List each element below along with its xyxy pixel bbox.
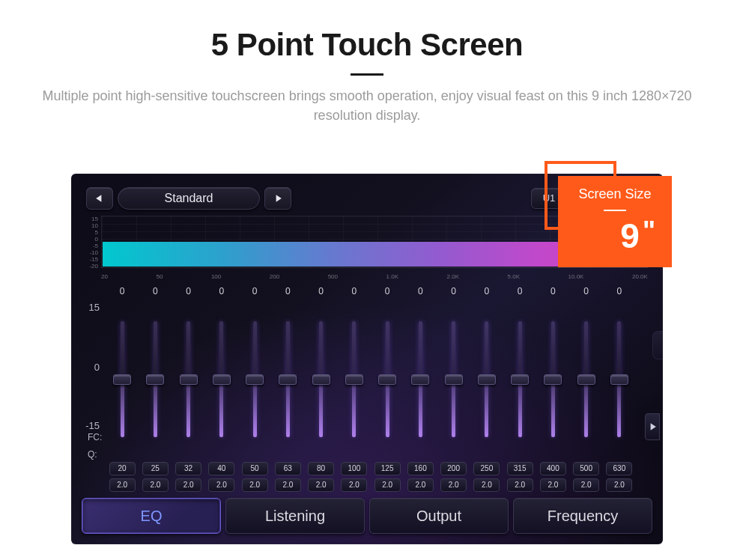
eq-band: 0322.0 xyxy=(172,286,205,492)
band-slider[interactable] xyxy=(404,299,437,459)
slider-thumb[interactable] xyxy=(511,374,529,385)
band-fc-value[interactable]: 20 xyxy=(109,462,136,475)
band-fc-value[interactable]: 200 xyxy=(440,462,467,475)
band-slider[interactable] xyxy=(205,299,238,459)
band-gain-value: 0 xyxy=(252,286,258,299)
band-gain-value: 0 xyxy=(451,286,456,299)
side-drawer-peek[interactable] xyxy=(652,331,663,359)
slider-thumb[interactable] xyxy=(378,374,396,385)
band-gain-value: 0 xyxy=(518,286,523,299)
slider-track xyxy=(121,321,124,437)
band-q-value[interactable]: 2.0 xyxy=(507,478,533,492)
band-fc-value[interactable]: 63 xyxy=(275,462,301,475)
band-fc-value[interactable]: 250 xyxy=(473,462,500,475)
slider-thumb[interactable] xyxy=(246,374,264,385)
y-tick: 15 xyxy=(83,216,98,222)
band-fc-value[interactable]: 80 xyxy=(308,462,334,475)
band-slider[interactable] xyxy=(106,299,139,459)
band-gain-value: 0 xyxy=(352,286,357,299)
y-tick: 10 xyxy=(83,222,98,229)
band-slider[interactable] xyxy=(603,299,636,459)
band-q-value[interactable]: 2.0 xyxy=(242,478,268,492)
slider-track xyxy=(617,321,621,437)
band-q-value[interactable]: 2.0 xyxy=(374,478,401,492)
slider-thumb[interactable] xyxy=(445,374,463,385)
band-slider[interactable] xyxy=(503,299,536,459)
band-gain-value: 0 xyxy=(617,286,622,299)
band-slider[interactable] xyxy=(371,299,404,459)
slider-thumb[interactable] xyxy=(610,374,628,385)
slider-thumb[interactable] xyxy=(577,374,595,385)
preset-prev-button[interactable] xyxy=(86,187,113,210)
fc-row-label: FC: xyxy=(88,432,100,442)
slider-track xyxy=(286,321,290,437)
slider-track xyxy=(319,321,323,437)
band-q-value[interactable]: 2.0 xyxy=(142,478,169,492)
preset-next-button[interactable] xyxy=(264,187,291,210)
band-fc-value[interactable]: 160 xyxy=(407,462,434,475)
slider-thumb[interactable] xyxy=(180,374,198,385)
band-q-value[interactable]: 2.0 xyxy=(606,478,632,492)
band-q-value[interactable]: 2.0 xyxy=(473,478,500,492)
band-slider[interactable] xyxy=(437,299,470,459)
band-fc-value[interactable]: 40 xyxy=(208,462,234,475)
x-tick: 5.0K xyxy=(508,273,520,280)
slider-track xyxy=(518,321,522,437)
band-q-value[interactable]: 2.0 xyxy=(540,478,566,492)
slider-thumb[interactable] xyxy=(146,374,164,385)
x-tick: 2.0K xyxy=(447,273,459,280)
band-fc-value[interactable]: 25 xyxy=(142,462,169,475)
band-slider[interactable] xyxy=(139,299,172,459)
band-q-value[interactable]: 2.0 xyxy=(440,478,467,492)
tab-frequency[interactable]: Frequency xyxy=(513,498,652,534)
band-fc-value[interactable]: 500 xyxy=(573,462,599,475)
slider-track xyxy=(352,321,356,437)
slider-thumb[interactable] xyxy=(544,374,562,385)
hero-subtitle: Multiple point high-sensitive touchscree… xyxy=(37,86,697,125)
spectrum-y-axis: 15 10 5 0 -5 -10 -15 -20 xyxy=(83,216,98,268)
band-fc-value[interactable]: 400 xyxy=(540,462,566,475)
band-slider[interactable] xyxy=(470,299,503,459)
preset-name[interactable]: Standard xyxy=(118,187,260,210)
slider-thumb[interactable] xyxy=(113,374,131,385)
band-fc-value[interactable]: 32 xyxy=(175,462,201,475)
band-slider[interactable] xyxy=(172,299,205,459)
slider-thumb[interactable] xyxy=(213,374,231,385)
slider-thumb[interactable] xyxy=(345,374,363,385)
band-q-value[interactable]: 2.0 xyxy=(175,478,201,492)
slider-thumb[interactable] xyxy=(478,374,496,385)
band-fc-value[interactable]: 125 xyxy=(374,462,401,475)
band-q-value[interactable]: 2.0 xyxy=(407,478,434,492)
band-fc-value[interactable]: 315 xyxy=(507,462,533,475)
badge-divider xyxy=(604,210,626,211)
band-slider[interactable] xyxy=(536,299,569,459)
slider-track xyxy=(485,321,488,437)
more-bands-button[interactable] xyxy=(645,413,660,440)
band-gain-value: 0 xyxy=(153,286,158,299)
tab-output[interactable]: Output xyxy=(369,498,509,534)
badge-value-row: 9" xyxy=(570,216,660,256)
band-slider[interactable] xyxy=(338,299,371,459)
gain-tick: -15 xyxy=(85,420,100,431)
band-gain-value: 0 xyxy=(120,286,125,299)
band-slider[interactable] xyxy=(238,299,271,459)
band-slider[interactable] xyxy=(271,299,304,459)
slider-thumb[interactable] xyxy=(312,374,330,385)
tab-eq[interactable]: EQ xyxy=(82,498,221,534)
slider-thumb[interactable] xyxy=(279,374,297,385)
band-q-value[interactable]: 2.0 xyxy=(573,478,599,492)
band-fc-value[interactable]: 100 xyxy=(341,462,367,475)
slider-thumb[interactable] xyxy=(411,374,429,385)
band-q-value[interactable]: 2.0 xyxy=(341,478,367,492)
tab-listening[interactable]: Listening xyxy=(225,498,365,534)
x-tick: 10.0K xyxy=(568,273,584,280)
band-q-value[interactable]: 2.0 xyxy=(275,478,301,492)
eq-band: 0502.0 xyxy=(238,286,271,492)
band-slider[interactable] xyxy=(570,299,603,459)
band-slider[interactable] xyxy=(305,299,338,459)
band-fc-value[interactable]: 50 xyxy=(242,462,268,475)
band-q-value[interactable]: 2.0 xyxy=(208,478,234,492)
band-fc-value[interactable]: 630 xyxy=(606,462,632,475)
band-q-value[interactable]: 2.0 xyxy=(109,478,136,492)
band-q-value[interactable]: 2.0 xyxy=(308,478,334,492)
